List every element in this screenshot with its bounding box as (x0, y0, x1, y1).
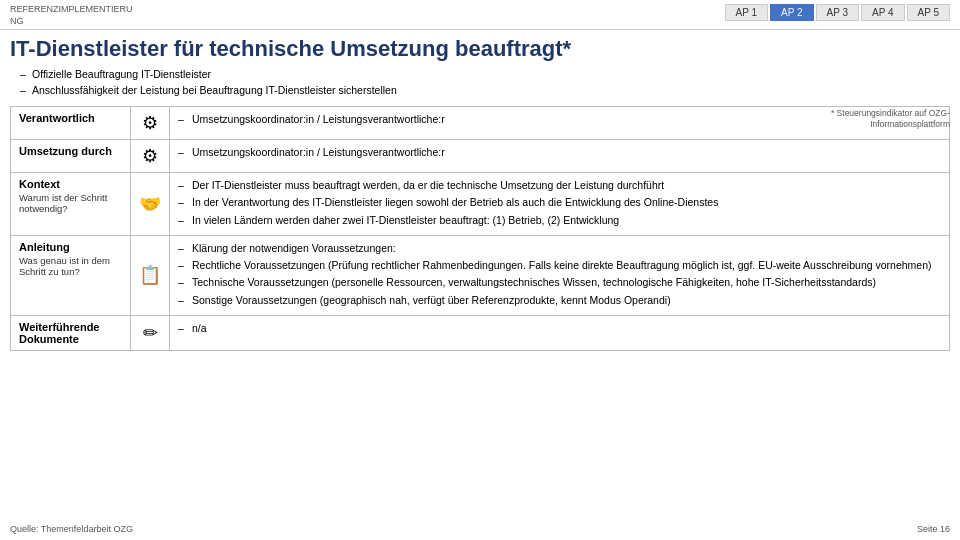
nav-tab-ap5[interactable]: AP 5 (907, 4, 951, 21)
table-row: Umsetzung durch⚙Umsetzungskoordinator:in… (11, 140, 950, 173)
content-item: Sonstige Voraussetzungen (geographisch n… (178, 293, 941, 308)
subtitle-item: Anschlussfähigkeit der Leistung bei Beau… (20, 83, 950, 99)
row-icon-4: ✏ (131, 315, 170, 350)
nav-tab-ap3[interactable]: AP 3 (816, 4, 860, 21)
nav-tab-ap2[interactable]: AP 2 (770, 4, 814, 21)
content-item: Klärung der notwendigen Voraussetzungen: (178, 241, 941, 256)
main-title-area: IT-Dienstleister für technische Umsetzun… (0, 30, 960, 102)
content-item: In der Verantwortung des IT-Dienstleiste… (178, 195, 941, 210)
row-icon-2: 🤝 (131, 173, 170, 236)
header: REFERENZIMPLEMENTIERU NG AP 1AP 2AP 3AP … (0, 0, 960, 30)
row-icon-1: ⚙ (131, 140, 170, 173)
logo-line2: NG (10, 16, 24, 26)
subtitle-list: Offizielle Beauftragung IT-Dienstleister… (20, 67, 950, 99)
row-content-0: Umsetzungskoordinator:in / Leistungsvera… (170, 107, 950, 140)
subtitle-item: Offizielle Beauftragung IT-Dienstleister (20, 67, 950, 83)
row-content-2: Der IT-Dienstleister muss beauftragt wer… (170, 173, 950, 236)
page-number: Seite 16 (917, 524, 950, 534)
content-item: Umsetzungskoordinator:in / Leistungsvera… (178, 145, 941, 160)
row-label-0: Verantwortlich (11, 107, 131, 140)
row-label-1: Umsetzung durch (11, 140, 131, 173)
content-wrapper: Verantwortlich⚙Umsetzungskoordinator:in … (0, 106, 960, 351)
content-item: Der IT-Dienstleister muss beauftragt wer… (178, 178, 941, 193)
logo-line1: REFERENZIMPLEMENTIERU (10, 4, 133, 14)
row-content-1: Umsetzungskoordinator:in / Leistungsvera… (170, 140, 950, 173)
row-icon-3: 📋 (131, 235, 170, 315)
nav-tab-ap4[interactable]: AP 4 (861, 4, 905, 21)
footer-source: Quelle: Themenfeldarbeit OZG (10, 524, 133, 534)
row-label-4: Weiterführende Dokumente (11, 315, 131, 350)
row-icon-0: ⚙ (131, 107, 170, 140)
row-content-3: Klärung der notwendigen Voraussetzungen:… (170, 235, 950, 315)
table-row: Weiterführende Dokumente✏n/a (11, 315, 950, 350)
row-label-3: AnleitungWas genau ist in dem Schritt zu… (11, 235, 131, 315)
nav-tab-ap1[interactable]: AP 1 (725, 4, 769, 21)
row-label-2: KontextWarum ist der Schritt notwendig? (11, 173, 131, 236)
nav-tabs: AP 1AP 2AP 3AP 4AP 5 (725, 4, 951, 21)
table-row: KontextWarum ist der Schritt notwendig?🤝… (11, 173, 950, 236)
row-content-4: n/a (170, 315, 950, 350)
table-row: Verantwortlich⚙Umsetzungskoordinator:in … (11, 107, 950, 140)
content-table: Verantwortlich⚙Umsetzungskoordinator:in … (10, 106, 950, 351)
content-item: In vielen Ländern werden daher zwei IT-D… (178, 213, 941, 228)
logo-text: REFERENZIMPLEMENTIERU NG (10, 4, 133, 27)
page-title: IT-Dienstleister für technische Umsetzun… (10, 36, 950, 62)
content-item: Technische Voraussetzungen (personelle R… (178, 275, 941, 290)
content-item: Umsetzungskoordinator:in / Leistungsvera… (178, 112, 941, 127)
content-item: n/a (178, 321, 941, 336)
table-row: AnleitungWas genau ist in dem Schritt zu… (11, 235, 950, 315)
content-item: Rechtliche Voraussetzungen (Prüfung rech… (178, 258, 941, 273)
